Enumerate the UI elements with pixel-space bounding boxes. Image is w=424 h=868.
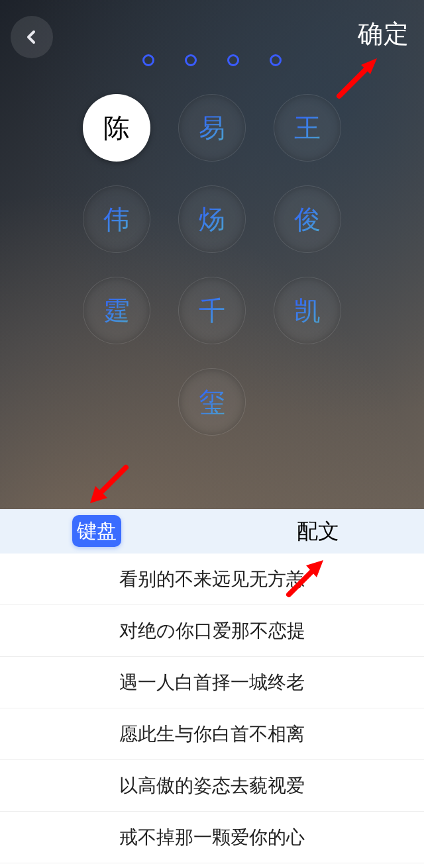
character-key[interactable]: 千 xyxy=(178,277,246,344)
phrase-list: 看别的不来远见无方恙 对绝の你口爱那不恋提 遇一人白首择一城终老 愿此生与你白首… xyxy=(0,554,424,868)
character-key[interactable]: 炀 xyxy=(178,185,246,253)
progress-dot xyxy=(185,54,197,66)
character-key[interactable]: 伟 xyxy=(83,185,150,253)
confirm-button[interactable]: 确定 xyxy=(358,17,409,51)
character-key-label: 易 xyxy=(199,110,225,146)
character-key-label: 王 xyxy=(294,110,321,146)
screen: 确定 陈 易 王 伟 炀 俊 霆 千 凯 玺 xyxy=(0,0,424,868)
phrase-item[interactable]: 对绝の你口爱那不恋提 xyxy=(0,605,424,657)
character-key-label: 霆 xyxy=(103,293,130,329)
chevron-left-icon xyxy=(24,29,40,45)
tab-caption[interactable]: 配文 xyxy=(212,509,424,554)
progress-dots xyxy=(0,54,424,66)
back-button[interactable] xyxy=(11,16,53,58)
character-grid-wrapper: 陈 易 王 伟 炀 俊 霆 千 凯 玺 xyxy=(0,94,424,436)
character-picker-area: 确定 陈 易 王 伟 炀 俊 霆 千 凯 玺 xyxy=(0,0,424,509)
character-grid: 陈 易 王 伟 炀 俊 霆 千 凯 玺 xyxy=(83,94,341,436)
progress-dot xyxy=(227,54,239,66)
character-key[interactable]: 俊 xyxy=(274,185,341,253)
character-key-label: 玺 xyxy=(199,384,225,420)
progress-dot xyxy=(142,54,154,66)
character-key-label: 炀 xyxy=(199,201,225,238)
tab-keyboard[interactable]: 键盘 xyxy=(72,515,121,547)
character-key-label: 陈 xyxy=(103,110,130,146)
character-key[interactable]: 陈 xyxy=(83,94,150,162)
phrase-item[interactable]: 愿此生与你白首不相离 xyxy=(0,708,424,760)
phrase-item[interactable]: 看别的不来远见无方恙 xyxy=(0,554,424,605)
character-key[interactable]: 霆 xyxy=(83,277,150,344)
progress-dot xyxy=(270,54,282,66)
character-key-label: 俊 xyxy=(294,201,321,238)
tab-bar: 配文 xyxy=(0,509,424,554)
phrase-item[interactable]: 戒不掉那一颗爱你的心 xyxy=(0,812,424,863)
character-key[interactable]: 凯 xyxy=(274,277,341,344)
character-key[interactable]: 玺 xyxy=(178,368,246,436)
character-key-label: 千 xyxy=(199,293,225,329)
character-key-label: 伟 xyxy=(103,201,130,238)
phrase-item[interactable]: 我怎么舍得让自己流泪 xyxy=(0,863,424,868)
character-key[interactable]: 王 xyxy=(274,94,341,162)
phrase-item[interactable]: 以高傲的姿态去藐视爱 xyxy=(0,760,424,812)
character-key-label: 凯 xyxy=(294,293,321,329)
character-key[interactable]: 易 xyxy=(178,94,246,162)
phrase-item[interactable]: 遇一人白首择一城终老 xyxy=(0,657,424,708)
